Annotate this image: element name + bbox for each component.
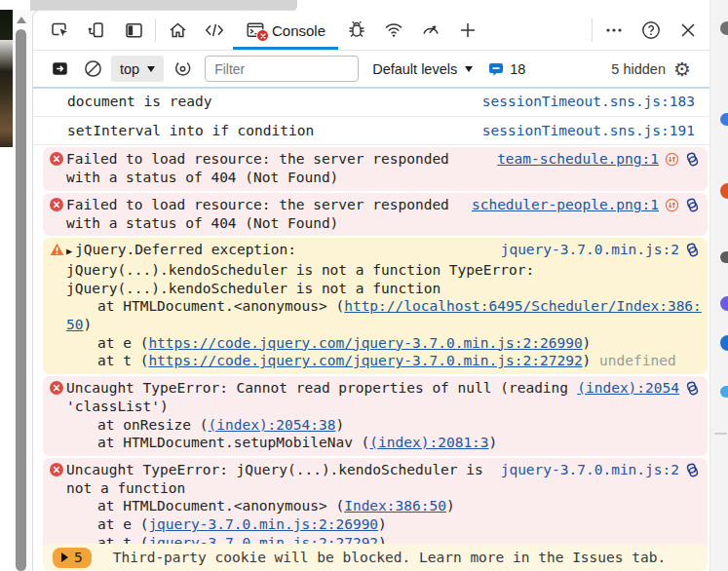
console-log-row: setInterval into if conditionsessionTime… bbox=[33, 117, 710, 146]
sidebar-icon-fragment bbox=[720, 386, 728, 398]
stack-trace-link[interactable]: (index):2054:38 bbox=[209, 417, 336, 433]
tab-debugger[interactable] bbox=[338, 12, 375, 49]
explain-in-copilot-icon[interactable] bbox=[685, 243, 700, 257]
source-location: scheduler-people.png:1 bbox=[472, 196, 700, 214]
log-levels-selector[interactable]: Default levels bbox=[372, 61, 473, 77]
message-line: at HTMLDocument.<anonymous> (Index:386:5… bbox=[66, 497, 700, 515]
message-text: ) bbox=[583, 353, 599, 368]
console-error-message: scheduler-people.png:1Failed to load res… bbox=[43, 193, 708, 236]
stack-trace-link[interactable]: (index):2081:3 bbox=[369, 435, 488, 450]
toolbar-divider bbox=[592, 19, 593, 42]
issues-icon bbox=[488, 61, 504, 77]
source-location: jquery-3.7.0.min.js:2 bbox=[501, 241, 700, 259]
message-text: ) bbox=[489, 435, 498, 450]
message-text: ) bbox=[446, 498, 455, 514]
source-link[interactable]: team-schedule.png:1 bbox=[497, 150, 659, 169]
stack-trace-link[interactable]: jquery-3.7.0.min.js:2:26990 bbox=[148, 516, 378, 532]
console-toolbar: top Default levels bbox=[33, 51, 710, 89]
log-message-text: setInterval into if condition bbox=[67, 122, 482, 140]
message-line: at t (https://code.jquery.com/jquery-3.7… bbox=[66, 352, 700, 370]
message-text: jQuery.Deferred exception: bbox=[75, 242, 296, 257]
tab-sources-elements[interactable] bbox=[196, 12, 233, 49]
devtools-tab-bar: Console bbox=[33, 11, 710, 51]
console-warning-message: jquery-3.7.0.min.js:2▶jQuery.Deferred ex… bbox=[43, 238, 708, 374]
message-text: at e ( bbox=[97, 335, 148, 351]
source-link[interactable]: sessionTimeout.sns.js:183 bbox=[482, 93, 695, 111]
explain-in-copilot-icon[interactable] bbox=[685, 152, 700, 167]
chevron-down-icon bbox=[465, 66, 473, 72]
clear-console-button[interactable] bbox=[76, 53, 109, 86]
source-link[interactable]: jquery-3.7.0.min.js:2 bbox=[501, 461, 679, 479]
scrollbar-thumb[interactable] bbox=[16, 29, 26, 571]
help-button[interactable] bbox=[632, 12, 670, 49]
context-label: top bbox=[120, 61, 139, 77]
stack-trace-link[interactable]: 50 bbox=[66, 317, 83, 332]
edge-sidebar-strip bbox=[709, 0, 728, 571]
source-link[interactable]: sessionTimeout.sns.js:191 bbox=[482, 122, 695, 140]
console-sidebar-toggle-button[interactable] bbox=[43, 53, 76, 86]
explain-in-copilot-icon[interactable] bbox=[685, 198, 700, 212]
source-link[interactable]: jquery-3.7.0.min.js:2 bbox=[501, 241, 679, 259]
source-link[interactable]: (index):2054 bbox=[577, 379, 679, 398]
message-text: at HTMLDocument.setupMobileNav ( bbox=[97, 435, 369, 450]
console-tab-label: Console bbox=[272, 22, 326, 39]
tabbar-right-cluster bbox=[589, 12, 710, 49]
message-line: jQuery(...).kendoScheduler is not a func… bbox=[66, 261, 700, 280]
explain-in-copilot-icon[interactable] bbox=[685, 381, 700, 396]
stack-trace-link[interactable]: https://code.jquery.com/jquery-3.7.0.min… bbox=[148, 353, 582, 368]
chevron-down-icon bbox=[147, 66, 155, 72]
scrollbar-up-arrow-icon[interactable] bbox=[17, 17, 26, 23]
console-messages-area: document is readysessionTimeout.sns.js:1… bbox=[33, 88, 710, 571]
create-live-expression-button[interactable] bbox=[166, 53, 199, 86]
error-icon bbox=[50, 381, 64, 396]
log-message-text: document is ready bbox=[67, 93, 482, 111]
source-location: (index):2054 bbox=[577, 379, 700, 398]
tab-network[interactable] bbox=[375, 12, 412, 49]
stack-trace-link[interactable]: https://code.jquery.com/jquery-3.7.0.min… bbox=[148, 335, 582, 351]
open-in-network-icon[interactable] bbox=[665, 152, 679, 167]
device-emulation-button[interactable] bbox=[78, 12, 115, 49]
hidden-messages-label: 5 hidden bbox=[611, 61, 666, 77]
message-text: ) bbox=[335, 417, 344, 433]
more-tabs-button[interactable] bbox=[449, 12, 486, 49]
more-options-button[interactable] bbox=[595, 12, 632, 49]
open-in-network-icon[interactable] bbox=[665, 198, 679, 212]
sidebar-icon-fragment bbox=[720, 21, 728, 35]
message-text: undefined bbox=[599, 353, 676, 368]
tab-performance[interactable] bbox=[412, 12, 449, 49]
page-scrollbar[interactable] bbox=[13, 10, 31, 571]
message-text: at e ( bbox=[97, 516, 148, 532]
source-link[interactable]: scheduler-people.png:1 bbox=[472, 196, 659, 214]
tab-welcome-home[interactable] bbox=[159, 12, 196, 49]
error-icon bbox=[50, 152, 64, 167]
inspect-element-button[interactable] bbox=[41, 12, 78, 49]
source-location: jquery-3.7.0.min.js:2 bbox=[501, 461, 700, 479]
console-error-message: team-schedule.png:1Failed to load resour… bbox=[43, 147, 708, 190]
filter-input[interactable] bbox=[205, 56, 359, 82]
explain-in-copilot-icon[interactable] bbox=[685, 463, 700, 477]
close-devtools-button[interactable] bbox=[670, 12, 707, 49]
devtools-screenshot: Console bbox=[0, 0, 728, 571]
sidebar-icon-fragment bbox=[720, 335, 728, 351]
execution-context-selector[interactable]: top bbox=[111, 56, 164, 82]
message-line: 'classList') bbox=[66, 398, 700, 416]
collapsed-warnings-badge[interactable]: 5 bbox=[53, 548, 92, 568]
console-rows: document is readysessionTimeout.sns.js:1… bbox=[33, 88, 710, 555]
stack-trace-link[interactable]: Index:386:50 bbox=[344, 498, 446, 514]
console-settings-button[interactable]: ⚙ bbox=[666, 53, 699, 86]
message-line: at HTMLDocument.setupMobileNav ((index):… bbox=[66, 434, 700, 452]
panel-layout-button[interactable] bbox=[115, 12, 152, 49]
gear-icon: ⚙ bbox=[673, 59, 691, 79]
message-text: not a function bbox=[66, 480, 185, 496]
tab-console-active[interactable]: Console bbox=[233, 11, 338, 50]
console-log-row: document is readysessionTimeout.sns.js:1… bbox=[33, 88, 710, 117]
stack-trace-link[interactable]: http://localhost:6495/Scheduler/Index:38… bbox=[344, 298, 702, 314]
console-error-message: (index):2054Uncaught TypeError: Cannot r… bbox=[43, 376, 708, 456]
expand-caret-icon[interactable]: ▶ bbox=[66, 246, 72, 256]
issues-counter[interactable]: 18 bbox=[488, 61, 525, 77]
message-text: with a status of 404 (Not Found) bbox=[66, 170, 338, 185]
cookie-warning-text: Third-party cookie will be blocked. Lear… bbox=[113, 549, 666, 567]
message-text: Failed to load resource: the server resp… bbox=[66, 197, 449, 212]
sidebar-icon-fragment bbox=[720, 183, 728, 199]
message-text: at HTMLDocument.<anonymous> ( bbox=[97, 298, 344, 314]
